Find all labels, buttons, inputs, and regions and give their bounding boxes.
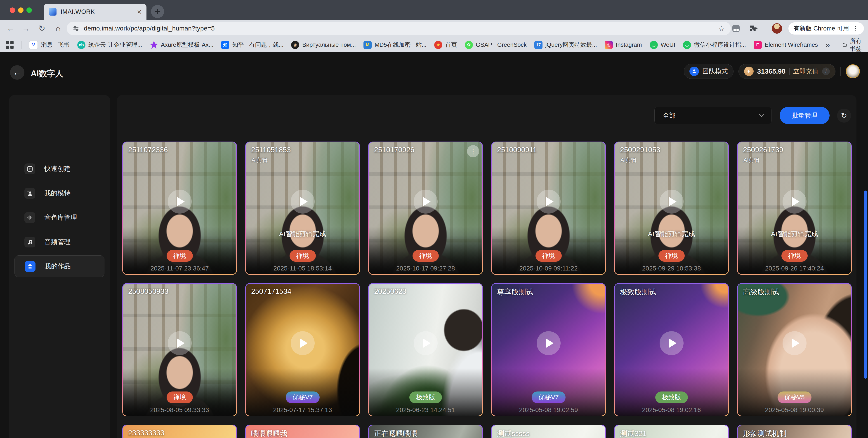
sidebar-item-my-models[interactable]: 我的模特	[14, 182, 104, 204]
work-card[interactable]: 测试sssss	[491, 425, 606, 438]
browser-menu-icon[interactable]: ⋮	[852, 25, 859, 32]
work-card[interactable]: 形象测试机制	[737, 425, 852, 438]
play-button[interactable]	[168, 331, 192, 355]
bookmark-item[interactable]: cb筑企云-让企业管理...	[77, 41, 142, 49]
works-layers-icon	[25, 261, 35, 272]
bookmark-item[interactable]: ✿GSAP - GreenSock	[465, 41, 527, 49]
minimize-window-button[interactable]	[18, 7, 24, 13]
play-button[interactable]	[291, 190, 315, 213]
work-title: 高级版测试	[743, 287, 779, 297]
forward-icon[interactable]: →	[20, 23, 32, 34]
work-card[interactable]: 2509261739AI剪辑AI智能剪辑完成禅境2025-09-26 17:40…	[737, 141, 852, 275]
work-subtitle: AI剪辑	[620, 157, 637, 164]
play-button[interactable]	[414, 190, 438, 213]
work-card[interactable]: 2507171534优秘V72025-07-17 15:37:13	[245, 283, 360, 416]
bookmark-item[interactable]: EElement Wireframes	[754, 41, 818, 49]
sidebar-item-voice-library[interactable]: 音色库管理	[14, 207, 104, 229]
work-card[interactable]: 正在嗯喂喂喂	[368, 425, 483, 438]
batch-manage-label: 批量管理	[792, 111, 817, 120]
bookmark-label: 微信小程序设计指...	[694, 41, 746, 49]
new-tab-button[interactable]: +	[151, 5, 164, 18]
play-button[interactable]	[782, 331, 807, 355]
batch-manage-button[interactable]: 批量管理	[780, 107, 830, 124]
work-card[interactable]: 2509291053AI剪辑AI智能剪辑完成禅境2025-09-29 10:53…	[614, 141, 729, 275]
work-title: 测试321	[620, 429, 647, 438]
version-badge: 禅境	[658, 250, 685, 262]
bookmark-item[interactable]: ◎Instagram	[604, 41, 642, 49]
card-menu-icon[interactable]: ⋮	[467, 145, 479, 157]
work-title: 2510090911	[497, 146, 537, 154]
user-avatar[interactable]	[846, 64, 860, 78]
bookmark-item[interactable]: 知知乎 - 有问题，就...	[221, 41, 283, 49]
work-title: 2509261739	[743, 146, 783, 154]
browser-toolbar: ← → ↻ ⌂ demo.imai.work/pc/app/digital_hu…	[0, 20, 868, 37]
play-button[interactable]	[537, 331, 561, 355]
play-button[interactable]	[537, 190, 561, 213]
recharge-link[interactable]: 立即充值	[793, 67, 818, 76]
play-button[interactable]	[782, 190, 807, 213]
apps-grid-icon[interactable]	[6, 41, 13, 49]
play-button[interactable]	[659, 190, 684, 213]
chrome-update-chip[interactable]: 有新版 Chrome 可用 ⋮	[788, 22, 864, 35]
zoom-window-button[interactable]	[26, 7, 32, 13]
site-info-icon[interactable]	[72, 25, 79, 32]
bookmark-item[interactable]: V消息 - 飞书	[29, 41, 69, 49]
work-timestamp: 2025-05-08 19:02:16	[614, 406, 729, 414]
balance-recharge-pill[interactable]: 31365.98 立即充值 i	[739, 64, 835, 79]
play-button[interactable]	[659, 331, 684, 355]
all-bookmarks-button[interactable]: 所有书签	[843, 37, 862, 53]
tab-groups-icon[interactable]	[731, 23, 741, 34]
work-card[interactable]: 测试321	[614, 425, 729, 438]
work-card[interactable]: 20250623极致版2025-06-23 14:24:51	[368, 283, 483, 416]
info-icon[interactable]: i	[822, 68, 830, 75]
work-card[interactable]: 233333333	[122, 425, 237, 438]
plus-square-icon	[24, 164, 35, 174]
play-button[interactable]	[168, 190, 192, 213]
refresh-button[interactable]: ↻	[837, 109, 851, 123]
work-card[interactable]: 2511072336禅境2025-11-07 23:36:47	[122, 141, 237, 275]
bookmark-star-icon[interactable]: ☆	[718, 24, 725, 33]
work-card[interactable]: 喂喂喂喂我	[245, 425, 360, 438]
sidebar-item-audio-management[interactable]: 音频管理	[14, 231, 104, 253]
reload-icon[interactable]: ↻	[36, 23, 48, 34]
browser-tab[interactable]: IMAI.WORK ×	[44, 4, 147, 20]
bookmark-item[interactable]: MMD5在线加密 - 站...	[364, 41, 427, 49]
bookmark-item[interactable]: Axure原型模板-Ax...	[150, 41, 214, 49]
bookmark-item[interactable]: ★首页	[434, 41, 457, 49]
page-scrollbar[interactable]	[864, 191, 867, 379]
bookmark-favicon: ◡	[683, 41, 691, 49]
bookmark-favicon: V	[29, 41, 38, 49]
work-timestamp: 2025-06-23 14:24:51	[368, 406, 483, 414]
work-card[interactable]: 2508050933禅境2025-08-05 09:33:33	[122, 283, 237, 416]
close-window-button[interactable]	[10, 7, 15, 13]
back-icon[interactable]: ←	[5, 23, 16, 34]
sidebar-item-my-works[interactable]: 我的作品	[14, 255, 104, 277]
app-page: ← AI数字人 团队模式 31365.98 立即充值 i	[0, 53, 868, 438]
work-card[interactable]: 2511051853AI剪辑AI智能剪辑完成禅境2025-11-05 18:53…	[245, 141, 360, 275]
bookmark-item[interactable]: 17jQuery网页特效最...	[534, 41, 597, 49]
address-bar[interactable]: demo.imai.work/pc/app/digital_human?type…	[67, 22, 731, 35]
work-card[interactable]: 尊享版测试优秘V72025-05-08 19:02:59	[491, 283, 606, 416]
bookmarks-divider-right	[836, 41, 836, 49]
bookmark-item[interactable]: ◉Виртуальные ном...	[291, 41, 356, 49]
play-button[interactable]	[414, 331, 438, 355]
team-mode-button[interactable]: 团队模式	[684, 64, 734, 79]
browser-profile-avatar[interactable]	[772, 23, 782, 34]
home-icon[interactable]: ⌂	[53, 23, 64, 34]
tab-close-icon[interactable]: ×	[137, 8, 142, 15]
extensions-puzzle-icon[interactable]	[748, 23, 758, 34]
sidebar-item-quick-create[interactable]: 快速创建	[14, 158, 104, 180]
work-timestamp: 2025-11-05 18:53:14	[245, 265, 360, 272]
work-card[interactable]: 高级版测试优秘V52025-05-08 19:00:39	[737, 283, 852, 416]
bookmarks-overflow-icon[interactable]: »	[826, 40, 830, 49]
play-button[interactable]	[291, 331, 315, 355]
bookmark-item[interactable]: ◡微信小程序设计指...	[683, 41, 746, 49]
filter-dropdown[interactable]: 全部	[654, 107, 772, 124]
play-triangle-icon	[792, 197, 800, 206]
page-back-button[interactable]: ←	[10, 65, 24, 80]
work-card[interactable]: 2510090911禅境2025-10-09 09:11:22	[491, 141, 606, 275]
bookmark-item[interactable]: ◡WeUI	[650, 41, 675, 49]
work-card[interactable]: 极致版测试极致版2025-05-08 19:02:16	[614, 283, 729, 416]
work-card[interactable]: 2510170926⋮禅境2025-10-17 09:27:28	[368, 141, 483, 275]
header-divider	[840, 67, 841, 76]
